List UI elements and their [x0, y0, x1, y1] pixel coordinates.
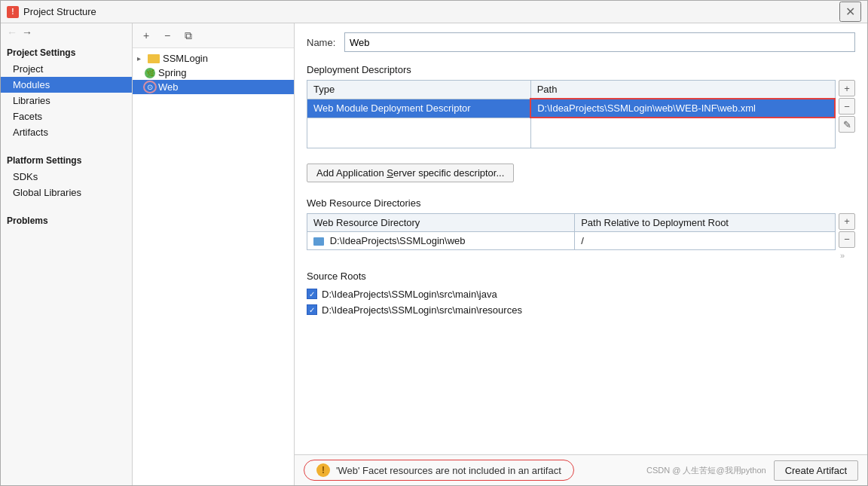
sidebar-spacer: [1, 140, 132, 149]
tree-copy-button[interactable]: ⧉: [179, 26, 197, 44]
main-layout: ← → Project Settings Project Modules Lib…: [1, 23, 867, 485]
deployment-path-cell: D:\IdeaProjects\SSMLogin\web\WEB-INF\web…: [530, 99, 835, 118]
spring-icon: 🌿: [145, 68, 155, 78]
app-icon: !: [7, 6, 19, 18]
title-bar: ! Project Structure ✕: [1, 1, 867, 23]
scroll-down-arrow[interactable]: »: [839, 249, 855, 261]
sidebar-spacer-2: [1, 200, 132, 209]
web-resource-section: Web Resource Directory Path Relative to …: [307, 213, 855, 261]
underline-s: S: [387, 167, 393, 179]
name-row: Name:: [307, 32, 855, 52]
project-settings-header: Project Settings: [1, 41, 132, 61]
deployment-descriptors-header: Deployment Descriptors: [307, 64, 855, 75]
detail-content: Name: Deployment Descriptors Type Path: [295, 23, 867, 454]
title-bar-left: ! Project Structure: [7, 6, 96, 18]
tree-node-label-spring: Spring: [158, 67, 187, 78]
warning-section: ! 'Web' Facet resources are not included…: [304, 460, 646, 481]
watermark: CSDN @ 人生苦短@我用python: [646, 465, 766, 476]
tree-node-web[interactable]: ⊙ Web: [133, 80, 294, 94]
name-label: Name:: [307, 37, 337, 48]
sidebar-item-global-libraries[interactable]: Global Libraries: [1, 185, 132, 200]
deployment-action-buttons: + − ✎: [839, 80, 855, 154]
source-root-checkbox-1[interactable]: ✓: [307, 304, 317, 315]
close-button[interactable]: ✕: [839, 2, 861, 22]
nav-arrows: ← →: [1, 23, 132, 41]
tree-add-button[interactable]: +: [137, 26, 155, 44]
problems-header: Problems: [1, 209, 132, 229]
col-path-header: Path: [530, 81, 835, 99]
sidebar: ← → Project Settings Project Modules Lib…: [1, 23, 133, 485]
source-root-path-1: D:\IdeaProjects\SSMLogin\src\main\resour…: [322, 304, 522, 316]
web-dir-folder-icon: [313, 237, 324, 246]
add-descriptor-button[interactable]: Add Application Server specific descript…: [307, 164, 514, 182]
sidebar-item-modules[interactable]: Modules: [1, 77, 132, 93]
module-tree: ▸ SSMLogin 🌿 Spring ⊙ Web: [133, 48, 294, 485]
sidebar-item-artifacts[interactable]: Artifacts: [1, 124, 132, 140]
sidebar-item-project[interactable]: Project: [1, 61, 132, 77]
source-root-row-0: ✓ D:\IdeaProjects\SSMLogin\src\main\java: [307, 286, 855, 302]
col-web-path-header: Path Relative to Deployment Root: [575, 213, 836, 231]
detail-panel: Name: Deployment Descriptors Type Path: [295, 23, 867, 485]
source-root-row-1: ✓ D:\IdeaProjects\SSMLogin\src\main\reso…: [307, 302, 855, 318]
source-root-checkbox-0[interactable]: ✓: [307, 289, 317, 299]
module-tree-panel: + − ⧉ ▸ SSMLogin 🌿 Spring: [133, 23, 295, 485]
forward-arrow[interactable]: →: [22, 26, 32, 38]
tree-node-ssmlogin[interactable]: ▸ SSMLogin: [133, 51, 294, 66]
web-resource-header: Web Resource Directories: [307, 197, 855, 209]
deployment-table-container: Type Path Web Module Deployment Descript…: [307, 80, 836, 154]
project-structure-window: ! Project Structure ✕ ← → Project Settin…: [0, 0, 868, 486]
back-arrow[interactable]: ←: [7, 26, 17, 38]
platform-settings-header: Platform Settings: [1, 149, 132, 169]
sidebar-item-facets[interactable]: Facets: [1, 109, 132, 124]
deployment-table: Type Path Web Module Deployment Descript…: [307, 80, 836, 148]
col-type-header: Type: [307, 81, 531, 99]
deployment-remove-btn[interactable]: −: [839, 98, 855, 115]
web-resource-remove-btn[interactable]: −: [839, 231, 855, 248]
deployment-empty-row: [307, 118, 836, 148]
warning-oval: ! 'Web' Facet resources are not included…: [304, 460, 574, 481]
web-resource-add-btn[interactable]: +: [839, 213, 855, 230]
empty-type: [307, 118, 531, 148]
source-root-path-0: D:\IdeaProjects\SSMLogin\src\main\java: [322, 289, 497, 300]
col-web-dir-header: Web Resource Directory: [307, 213, 575, 231]
deployment-descriptors-section: Type Path Web Module Deployment Descript…: [307, 80, 855, 154]
tree-remove-button[interactable]: −: [158, 26, 176, 44]
tree-node-label-web: Web: [158, 81, 179, 93]
deployment-add-btn[interactable]: +: [839, 80, 855, 96]
tree-toolbar: + − ⧉: [133, 23, 294, 48]
web-resource-row-0[interactable]: D:\IdeaProjects\SSMLogin\web /: [307, 231, 836, 249]
window-title: Project Structure: [23, 6, 96, 17]
deployment-edit-btn[interactable]: ✎: [839, 116, 855, 133]
sidebar-item-libraries[interactable]: Libraries: [1, 93, 132, 109]
sidebar-item-sdks[interactable]: SDKs: [1, 169, 132, 185]
warning-text: 'Web' Facet resources are not included i…: [336, 465, 561, 476]
web-dir-path: D:\IdeaProjects\SSMLogin\web: [330, 235, 466, 246]
web-resource-table: Web Resource Directory Path Relative to …: [307, 213, 836, 250]
warning-icon: !: [316, 463, 330, 477]
tree-expand-arrow: ▸: [137, 54, 145, 63]
deployment-row-0[interactable]: Web Module Deployment Descriptor D:\Idea…: [307, 99, 836, 118]
web-dir-cell: D:\IdeaProjects\SSMLogin\web: [307, 231, 575, 249]
create-artifact-button[interactable]: Create Artifact: [774, 460, 858, 481]
source-roots-header: Source Roots: [307, 271, 855, 282]
tree-node-spring[interactable]: 🌿 Spring: [133, 66, 294, 80]
name-input[interactable]: [344, 32, 855, 52]
empty-path: [530, 118, 835, 148]
deployment-type-cell: Web Module Deployment Descriptor: [307, 99, 531, 118]
web-rel-path-cell: /: [575, 231, 836, 249]
folder-icon: [148, 54, 160, 63]
web-icon: ⊙: [145, 82, 155, 93]
tree-node-label-ssmlogin: SSMLogin: [163, 53, 208, 64]
web-resource-table-container: Web Resource Directory Path Relative to …: [307, 213, 836, 261]
source-roots-section: Source Roots ✓ D:\IdeaProjects\SSMLogin\…: [307, 271, 855, 318]
bottom-warning-bar: ! 'Web' Facet resources are not included…: [295, 454, 867, 485]
web-resource-action-buttons: + − »: [839, 213, 855, 261]
